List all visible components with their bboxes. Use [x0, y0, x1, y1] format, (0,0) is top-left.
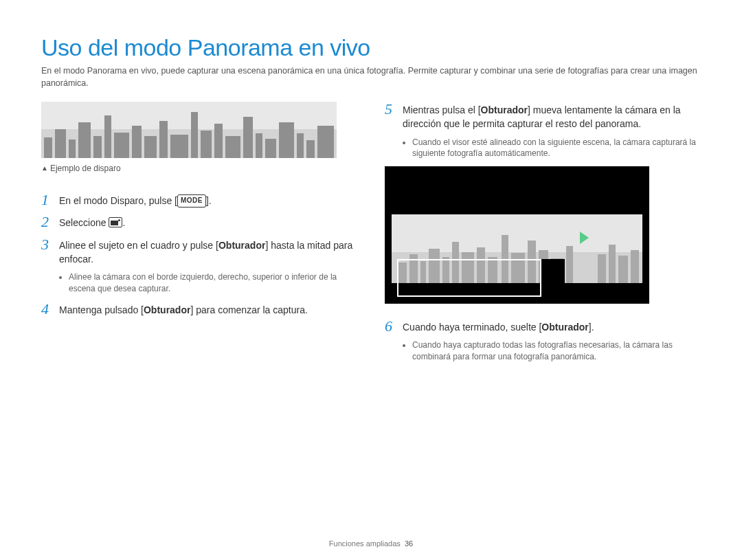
svg-rect-3 [55, 129, 66, 158]
step-text: Seleccione [59, 217, 109, 228]
svg-rect-13 [191, 112, 198, 158]
svg-rect-2 [44, 137, 52, 158]
svg-rect-16 [225, 136, 240, 158]
direction-arrow-icon [580, 232, 589, 244]
step-5: 5 Mientras pulsa el [Obturador] mueva le… [385, 102, 701, 159]
bullet-item: Cuando haya capturado todas las fotograf… [412, 339, 701, 363]
panorama-mode-icon [109, 217, 122, 227]
footer-section-label: Funciones ampliadas [329, 539, 401, 548]
step-number: 2 [41, 214, 59, 229]
step-text: En el modo Disparo, pulse [ [59, 195, 177, 206]
svg-rect-19 [265, 139, 276, 158]
svg-rect-10 [144, 136, 157, 158]
svg-rect-8 [114, 133, 129, 158]
step-bullets: Cuando haya capturado todas las fotograf… [403, 339, 701, 363]
svg-rect-38 [566, 246, 573, 283]
step-2: 2 Seleccione . [41, 214, 357, 229]
bullet-item: Cuando el visor esté alineado con la sig… [412, 137, 701, 160]
right-steps-list: 5 Mientras pulsa el [Obturador] mueva le… [385, 102, 701, 363]
step-1: 1 En el modo Disparo, pulse [MODE]. [41, 192, 357, 208]
step-number: 4 [41, 302, 59, 317]
svg-rect-40 [609, 245, 616, 283]
step-body: Mientras pulsa el [Obturador] mueva lent… [403, 102, 701, 159]
shutter-bold: Obturador [541, 322, 588, 333]
left-column: ▲Ejemplo de disparo 1 En el modo Disparo… [41, 102, 357, 370]
shutter-bold: Obturador [144, 304, 190, 315]
svg-rect-7 [104, 115, 111, 158]
intro-paragraph: En el modo Panorama en vivo, puede captu… [41, 65, 701, 89]
svg-rect-20 [279, 122, 294, 158]
svg-rect-11 [159, 121, 168, 158]
page-title: Uso del modo Panorama en vivo [41, 34, 701, 61]
svg-rect-4 [69, 139, 76, 158]
step-text: Alinee el sujeto en el cuadro y pulse [ [59, 240, 218, 251]
step-text: Mantenga pulsado [ [59, 304, 144, 315]
step-text: ]. [206, 195, 212, 206]
viewfinder-next-segment-icon [541, 259, 565, 297]
viewfinder-captured-frame-icon [397, 259, 541, 297]
svg-rect-18 [256, 133, 262, 158]
example-caption-text: Ejemplo de disparo [50, 164, 121, 173]
step-body: Seleccione . [59, 214, 357, 229]
step-text: ] para comenzar la captura. [190, 304, 307, 315]
right-column: 5 Mientras pulsa el [Obturador] mueva le… [385, 102, 701, 370]
step-6: 6 Cuando haya terminado, suelte [Obturad… [385, 319, 701, 363]
svg-rect-9 [132, 126, 142, 158]
svg-rect-15 [214, 124, 223, 158]
svg-rect-6 [93, 136, 102, 158]
step-body: En el modo Disparo, pulse [MODE]. [59, 192, 357, 208]
bullet-item: Alinee la cámara con el borde izquierdo,… [69, 271, 357, 295]
step-number: 1 [41, 192, 59, 208]
triangle-up-icon: ▲ [41, 164, 48, 172]
mode-button-icon: MODE [177, 194, 206, 208]
shutter-bold: Obturador [481, 104, 528, 115]
svg-rect-21 [297, 133, 304, 158]
step-body: Alinee el sujeto en el cuadro y pulse [O… [59, 237, 357, 295]
svg-rect-5 [78, 122, 91, 158]
svg-rect-23 [317, 126, 334, 158]
step-3: 3 Alinee el sujeto en el cuadro y pulse … [41, 237, 357, 295]
shutter-bold: Obturador [218, 240, 265, 251]
page-footer: Funciones ampliadas 36 [0, 539, 742, 548]
step-body: Mantenga pulsado [Obturador] para comenz… [59, 302, 357, 317]
step-text: Mientras pulsa el [ [403, 104, 481, 115]
svg-rect-12 [170, 135, 188, 158]
step-body: Cuando haya terminado, suelte [Obturador… [403, 319, 701, 363]
svg-rect-42 [631, 250, 639, 283]
two-column-layout: ▲Ejemplo de disparo 1 En el modo Disparo… [41, 102, 701, 370]
svg-rect-17 [243, 117, 253, 158]
svg-rect-39 [598, 254, 606, 283]
step-text: . [122, 217, 125, 228]
page-number: 36 [405, 539, 413, 548]
left-steps-list: 1 En el modo Disparo, pulse [MODE]. 2 Se… [41, 192, 357, 317]
example-caption: ▲Ejemplo de disparo [41, 164, 357, 173]
cityscape-illustration-icon [41, 102, 337, 158]
svg-rect-41 [618, 256, 628, 283]
step-text: ]. [589, 322, 594, 333]
step-bullets: Cuando el visor esté alineado con la sig… [403, 137, 701, 160]
svg-rect-22 [306, 140, 315, 158]
step-number: 3 [41, 237, 59, 295]
panorama-example-illustration [41, 102, 337, 158]
svg-rect-14 [201, 131, 212, 158]
viewfinder-illustration [385, 166, 649, 304]
document-page: Uso del modo Panorama en vivo En el modo… [0, 0, 742, 560]
step-number: 6 [385, 319, 403, 363]
step-text: Cuando haya terminado, suelte [ [403, 322, 541, 333]
step-4: 4 Mantenga pulsado [Obturador] para come… [41, 302, 357, 317]
step-number: 5 [385, 102, 403, 159]
step-bullets: Alinee la cámara con el borde izquierdo,… [59, 271, 357, 295]
